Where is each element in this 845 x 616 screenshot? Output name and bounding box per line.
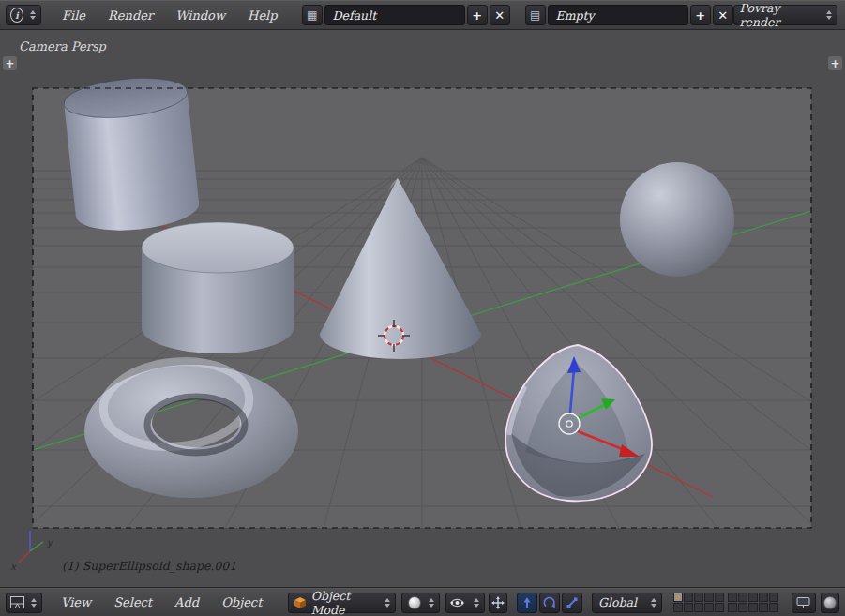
layer-cell[interactable] [748, 593, 758, 602]
menu-view[interactable]: View [50, 595, 102, 609]
render-engine-value: Povray render [734, 1, 820, 29]
layer-group-1 [673, 593, 724, 612]
rotate-icon [543, 596, 556, 609]
browse-scenes-icon: ▤ [530, 8, 540, 22]
screen-name-value: Default [333, 8, 377, 23]
manipulator-toggle-button[interactable] [489, 593, 507, 613]
info-editor-icon: i [10, 8, 23, 23]
orientation-stepper-icon [644, 598, 661, 608]
screen-close-button[interactable]: ✕ [490, 5, 510, 25]
menu-help[interactable]: Help [236, 8, 289, 23]
layer-cell[interactable] [704, 603, 714, 612]
browse-screens-icon: ▦ [307, 8, 317, 22]
scale-manipulator-button[interactable] [562, 593, 582, 613]
mode-select[interactable]: Object Mode [288, 593, 396, 613]
render-engine-select[interactable]: Povray render [733, 5, 837, 25]
layer-cell[interactable] [684, 593, 693, 602]
layer-cell[interactable] [738, 593, 747, 602]
viewport-header: View Select Add Object Object Mode [0, 588, 845, 616]
layer-cell[interactable] [728, 593, 737, 602]
monitor-icon [796, 596, 810, 609]
mode-stepper-icon [378, 598, 395, 608]
layer-cell[interactable] [673, 593, 683, 602]
scene-close-button[interactable]: ✕ [713, 5, 733, 25]
menu-render[interactable]: Render [97, 8, 164, 23]
viewport-editor-stepper-icon [24, 598, 41, 608]
layer-cell[interactable] [684, 603, 693, 612]
scene-add-button[interactable]: + [690, 5, 711, 25]
screen-browse-button[interactable]: ▦ [302, 5, 323, 25]
layer-cell[interactable] [704, 593, 714, 602]
object-mode-cube-icon [294, 596, 305, 609]
orientation-value: Global [593, 595, 637, 609]
move-arrows-icon [491, 596, 505, 609]
screen-add-button[interactable]: + [467, 5, 488, 25]
layer-cell[interactable] [738, 603, 747, 612]
layer-cell[interactable] [673, 603, 683, 612]
viewport-3d[interactable]: y x Camera Persp (1) SuperEllipsoid_shap… [0, 30, 845, 588]
layer-cell[interactable] [759, 603, 768, 612]
shading-stepper-icon [422, 598, 439, 608]
translate-manipulator-button[interactable] [517, 593, 537, 613]
viewport-menubar: View Select Add Object [50, 595, 273, 609]
scene-name-field[interactable]: Empty [548, 5, 688, 25]
shading-solid-icon [408, 596, 421, 609]
screen-name-field[interactable]: Default [324, 5, 465, 25]
layer-cell[interactable] [759, 593, 768, 602]
engine-stepper-icon [820, 10, 837, 20]
object-cylinder-tall[interactable] [62, 73, 201, 236]
menu-object[interactable]: Object [210, 595, 273, 609]
viewport-editor-icon [10, 596, 24, 608]
display-mode-button[interactable] [792, 593, 816, 613]
layers-widget [673, 593, 778, 612]
layer-cell[interactable] [769, 593, 778, 602]
menu-select[interactable]: Select [102, 595, 163, 609]
sphere-icon-button[interactable] [821, 593, 839, 613]
layer-cell[interactable] [694, 593, 703, 602]
layer-cell[interactable] [715, 593, 724, 602]
layer-cell[interactable] [769, 603, 778, 612]
pivot-point-icon [450, 596, 464, 609]
screen-layout-block: ▦ Default + ✕ [302, 5, 510, 25]
preview-sphere-icon [823, 596, 837, 609]
properties-expand-button[interactable]: + [828, 56, 842, 70]
main-menubar: File Render Window Help [51, 8, 289, 23]
mode-value: Object Mode [306, 589, 379, 616]
menu-file[interactable]: File [51, 8, 97, 23]
scale-icon [566, 596, 579, 609]
viewport-editor-type-button[interactable] [6, 593, 42, 613]
pivot-point-select[interactable] [445, 593, 485, 613]
translate-icon [521, 596, 534, 609]
object-layer-dot [676, 595, 680, 599]
scene-canvas: y x [0, 30, 845, 588]
object-cylinder-short[interactable] [142, 222, 294, 353]
scene-block: ▤ Empty + ✕ [525, 5, 733, 25]
info-header: i File Render Window Help ▦ Default + ✕ … [0, 0, 845, 30]
rotate-manipulator-button[interactable] [539, 593, 560, 613]
scene-name-value: Empty [556, 8, 595, 23]
object-sphere[interactable] [620, 162, 734, 277]
layer-cell[interactable] [748, 603, 758, 612]
layer-cell[interactable] [715, 603, 724, 612]
active-object-label: (1) SuperEllipsoid_shape.001 [62, 559, 236, 573]
scene-browse-button[interactable]: ▤ [525, 5, 546, 25]
menu-add[interactable]: Add [163, 595, 210, 609]
menu-window[interactable]: Window [164, 8, 236, 23]
layer-cell[interactable] [694, 603, 703, 612]
pivot-stepper-icon [467, 598, 484, 608]
viewport-shading-select[interactable] [401, 593, 439, 613]
toolshelf-expand-button[interactable]: + [3, 56, 17, 70]
view-name-label: Camera Persp [19, 39, 106, 53]
manipulator-type-group [517, 593, 582, 613]
editor-type-button[interactable]: i [6, 5, 41, 25]
layer-group-2 [728, 593, 778, 612]
transform-orientation-select[interactable]: Global [592, 593, 662, 613]
layer-cell[interactable] [728, 603, 737, 612]
editor-stepper-icon [23, 10, 40, 20]
